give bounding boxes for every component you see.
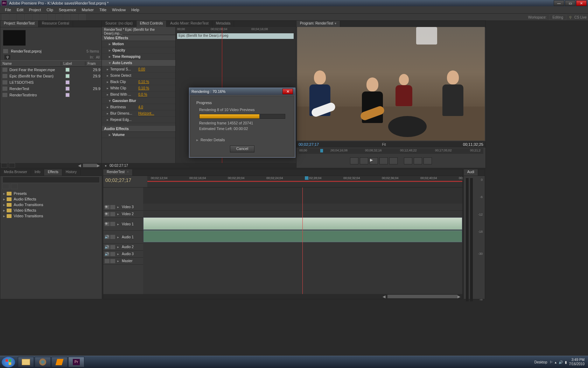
menu-sequence[interactable]: Sequence: [56, 8, 79, 12]
lock-icon[interactable]: [110, 245, 115, 249]
effect-gaussian-blur[interactable]: Gaussian Blur: [112, 99, 136, 103]
rate-stretch-tool-icon[interactable]: [33, 14, 40, 20]
close-button[interactable]: ✕: [576, 0, 587, 6]
lock-icon[interactable]: [110, 205, 115, 209]
twirl-icon[interactable]: ▸: [196, 138, 198, 142]
property-value[interactable]: 4.0: [138, 105, 143, 109]
workspace-dropdown[interactable]: Editing: [549, 15, 566, 20]
speaker-icon[interactable]: 🔊: [105, 245, 110, 249]
col-name[interactable]: Name: [0, 62, 61, 66]
minimize-button[interactable]: —: [554, 0, 564, 6]
effects-search-input[interactable]: [2, 177, 100, 183]
tab-audio-meter[interactable]: Audi: [464, 169, 478, 176]
slip-tool-icon[interactable]: [48, 14, 55, 20]
effect-property-row[interactable]: ▸Blur Dimens...Horizont...: [102, 110, 175, 117]
export-frame-button[interactable]: [424, 157, 432, 164]
track-twirl-icon[interactable]: ▸: [117, 205, 119, 209]
eye-icon[interactable]: 👁: [105, 212, 110, 216]
track-header[interactable]: 🔊▸Audio 2: [103, 244, 143, 251]
twirl-icon[interactable]: ▾: [109, 61, 112, 65]
tab-effects[interactable]: Effects: [44, 169, 62, 176]
effects-filter-32-icon[interactable]: [2, 184, 9, 189]
list-view-icon[interactable]: [1, 163, 7, 168]
effect-timeline-ruler[interactable]: 00;00 00;02;08;04 00;04;16;08: [176, 27, 296, 32]
tab-media-browser[interactable]: Media Browser: [0, 169, 31, 176]
twirl-icon[interactable]: ▸: [3, 203, 7, 207]
menu-marker[interactable]: Marker: [79, 8, 96, 12]
tab-info[interactable]: Info: [31, 169, 44, 176]
effect-opacity[interactable]: Opacity: [112, 48, 125, 52]
effect-property-row[interactable]: ▸Temporal S...0.00: [102, 66, 175, 73]
lock-icon[interactable]: [110, 212, 115, 216]
track-header[interactable]: ▸Master: [103, 258, 143, 265]
lock-icon[interactable]: [110, 222, 115, 226]
effect-folder[interactable]: ▸Video Effects: [0, 207, 102, 213]
twirl-icon[interactable]: ▾: [109, 99, 112, 103]
timeline-current-time[interactable]: 00;02;27;17: [105, 177, 145, 183]
tray-network-icon[interactable]: ▮: [565, 360, 567, 364]
scroll-thumb[interactable]: [83, 164, 97, 167]
track-twirl-icon[interactable]: ▸: [117, 245, 119, 249]
taskbar-firefox-icon[interactable]: [35, 357, 51, 367]
close-tab-icon[interactable]: ×: [127, 170, 129, 174]
dialog-close-button[interactable]: ✕: [282, 89, 293, 94]
timeline-scroll-right-icon[interactable]: ▶: [457, 294, 462, 299]
timeline-playhead-marker[interactable]: [305, 176, 308, 180]
zoom-tool-icon[interactable]: [79, 14, 86, 20]
tab-history[interactable]: History: [62, 169, 80, 176]
menu-edit[interactable]: Edit: [14, 8, 26, 12]
twirl-icon[interactable]: ▸: [107, 86, 110, 90]
twirl-icon[interactable]: ▸: [107, 93, 110, 96]
scroll-right-icon[interactable]: ▶: [97, 163, 102, 168]
lock-icon[interactable]: [110, 235, 115, 239]
twirl-icon[interactable]: ▸: [107, 80, 110, 84]
step-back-button[interactable]: [360, 157, 368, 164]
dialog-cancel-button[interactable]: Cancel: [230, 145, 254, 152]
play-button[interactable]: ▶: [370, 157, 378, 164]
icon-view-icon[interactable]: [9, 163, 15, 168]
speaker-icon[interactable]: 🔊: [105, 252, 110, 256]
twirl-icon[interactable]: ▸: [3, 214, 7, 218]
timeline-clip-area[interactable]: [143, 188, 462, 299]
twirl-icon[interactable]: ▸: [109, 133, 112, 137]
timeline-ruler[interactable]: 00;02;12;04 00;02;16;04 00;02;20;04 00;0…: [147, 176, 462, 181]
property-value[interactable]: 0.00: [138, 67, 145, 71]
search-icon[interactable]: ⚲: [569, 15, 572, 19]
track-twirl-icon[interactable]: ▸: [117, 235, 119, 239]
eye-icon[interactable]: 👁: [105, 205, 110, 209]
effect-folder[interactable]: ▸Audio Effects: [0, 196, 102, 202]
effect-property-row[interactable]: ▸White Clip0.10 %: [102, 85, 175, 91]
effect-motion[interactable]: Motion: [112, 42, 124, 46]
menu-window[interactable]: Window: [109, 8, 128, 12]
menu-title[interactable]: Title: [97, 8, 109, 12]
tab-effect-controls[interactable]: Effect Controls: [136, 21, 167, 27]
razor-tool-icon[interactable]: [40, 14, 47, 20]
rolling-tool-icon[interactable]: [25, 14, 32, 20]
track-twirl-icon[interactable]: ▸: [117, 259, 119, 263]
tray-flag-icon[interactable]: ⚐: [550, 360, 553, 364]
effect-folder[interactable]: ▸Audio Transitions: [0, 202, 102, 207]
tab-project[interactable]: Project: RenderTest: [0, 21, 38, 27]
track-header[interactable]: 🔊▸Audio 3: [103, 251, 143, 258]
go-to-in-button[interactable]: [350, 157, 358, 164]
track-header[interactable]: 👁▸Video 2: [103, 211, 143, 218]
timeline-scroll-thumb[interactable]: [387, 295, 457, 298]
program-zoom-dropdown[interactable]: Fit: [382, 143, 386, 146]
track-twirl-icon[interactable]: ▸: [117, 212, 119, 216]
twirl-icon[interactable]: ▸: [107, 111, 110, 115]
project-item[interactable]: RenderTestIntro: [0, 92, 102, 98]
effect-volume[interactable]: Volume: [112, 133, 125, 137]
tray-clock[interactable]: 3:49 PM 7/16/2010: [569, 358, 585, 366]
scroll-left-icon[interactable]: ◀: [78, 163, 83, 168]
project-item[interactable]: RenderTest29.9: [0, 86, 102, 92]
taskbar-premiere-icon[interactable]: Pr: [68, 357, 84, 367]
go-to-out-button[interactable]: [389, 157, 398, 164]
twirl-icon[interactable]: ▸: [107, 74, 110, 77]
tray-up-icon[interactable]: ▴: [555, 360, 556, 364]
program-ruler[interactable]: 00;00 ;00;04;16;08 00;08;32;16 00;12;48;…: [299, 148, 483, 154]
taskbar-winamp-icon[interactable]: [51, 357, 68, 367]
twirl-icon[interactable]: ▸: [3, 208, 7, 213]
col-label[interactable]: Label: [61, 62, 85, 66]
menu-help[interactable]: Help: [128, 8, 142, 12]
step-forward-button[interactable]: [379, 157, 388, 164]
